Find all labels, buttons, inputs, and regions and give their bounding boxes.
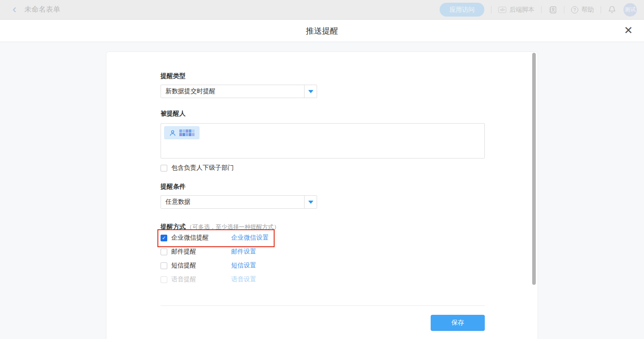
code-icon: </> [498, 7, 506, 13]
recipients-label: 被提醒人 [161, 110, 186, 118]
app-access-button[interactable]: 应用访问 [440, 3, 484, 17]
wecom-settings-link[interactable]: 企业微信设置 [231, 234, 269, 242]
email-settings-link[interactable]: 邮件设置 [231, 248, 256, 256]
checkbox-icon[interactable] [161, 249, 167, 255]
method-row-email: 邮件提醒 邮件设置 [161, 248, 256, 255]
methods-label: 提醒方式 [161, 223, 186, 231]
method-label: 语音提醒 [171, 275, 231, 283]
scrollbar-thumb[interactable] [532, 53, 536, 285]
close-icon[interactable]: ✕ [624, 25, 633, 36]
footer-divider [161, 305, 485, 306]
contacts-button[interactable] [548, 5, 557, 14]
modal-title: 推送提醒 [306, 26, 338, 36]
method-label: 短信提醒 [171, 262, 231, 270]
method-row-voice: 语音提醒 语音设置 [161, 276, 256, 283]
divider [541, 6, 542, 13]
checkbox-icon[interactable] [161, 262, 167, 269]
checkbox-icon[interactable] [161, 165, 167, 172]
chevron-down-icon [308, 201, 314, 204]
contacts-icon [548, 5, 557, 14]
dropdown-caret-box [304, 196, 317, 208]
person-icon [169, 129, 176, 137]
form-title: 未命名表单 [25, 5, 60, 14]
condition-label: 提醒条件 [161, 183, 186, 191]
notifications-button[interactable] [608, 5, 616, 14]
reminder-type-label: 提醒类型 [161, 72, 186, 80]
settings-panel: 提醒类型 新数据提交时提醒 被提醒人 [106, 51, 538, 339]
method-label: 企业微信提醒 [171, 234, 231, 242]
backend-script-button[interactable]: </> 后端脚本 [498, 6, 534, 14]
bell-icon [608, 5, 616, 14]
back-button[interactable]: ‹ [13, 3, 17, 15]
avatar[interactable]: 测试 [623, 3, 637, 17]
condition-value: 任意数据 [161, 196, 304, 208]
divider [564, 6, 564, 13]
modal-header: 推送提醒 ✕ [0, 20, 644, 42]
include-sub-departments-checkbox[interactable]: 包含负责人下级子部门 [161, 164, 234, 172]
chevron-down-icon [308, 90, 314, 93]
method-row-sms: 短信提醒 短信设置 [161, 262, 256, 269]
reminder-type-value: 新数据提交时提醒 [161, 85, 304, 98]
method-row-wecom: ✓ 企业微信提醒 企业微信设置 [161, 234, 269, 241]
methods-note: （可多选，至少选择一种提醒方式） [186, 223, 280, 231]
modal-body: 提醒类型 新数据提交时提醒 被提醒人 [0, 42, 644, 339]
topbar: ‹ 未命名表单 应用访问 </> 后端脚本 [0, 0, 644, 20]
checkbox-disabled-icon [161, 276, 167, 283]
condition-select[interactable]: 任意数据 [161, 195, 317, 209]
help-button[interactable]: ? 帮助 [571, 6, 594, 14]
sms-settings-link[interactable]: 短信设置 [231, 262, 256, 270]
backend-script-label: 后端脚本 [509, 6, 534, 14]
dropdown-caret-box [304, 85, 317, 98]
app-window: ‹ 未命名表单 应用访问 </> 后端脚本 [0, 0, 644, 339]
checkbox-checked-icon[interactable]: ✓ [161, 235, 167, 241]
methods-header: 提醒方式 （可多选，至少选择一种提醒方式） [161, 223, 280, 231]
save-button[interactable]: 保存 [431, 315, 485, 331]
include-sub-departments-label: 包含负责人下级子部门 [171, 164, 234, 172]
reminder-type-select[interactable]: 新数据提交时提醒 [161, 85, 317, 98]
help-icon: ? [571, 6, 578, 13]
redacted-member-name [179, 129, 195, 136]
topbar-actions: 应用访问 </> 后端脚本 [440, 3, 637, 17]
recipients-input[interactable] [161, 123, 485, 159]
divider [491, 6, 491, 13]
help-label: 帮助 [581, 6, 594, 14]
divider [601, 6, 601, 13]
method-label: 邮件提醒 [171, 248, 231, 256]
voice-settings-link: 语音设置 [231, 275, 256, 283]
member-tag[interactable] [164, 126, 199, 139]
